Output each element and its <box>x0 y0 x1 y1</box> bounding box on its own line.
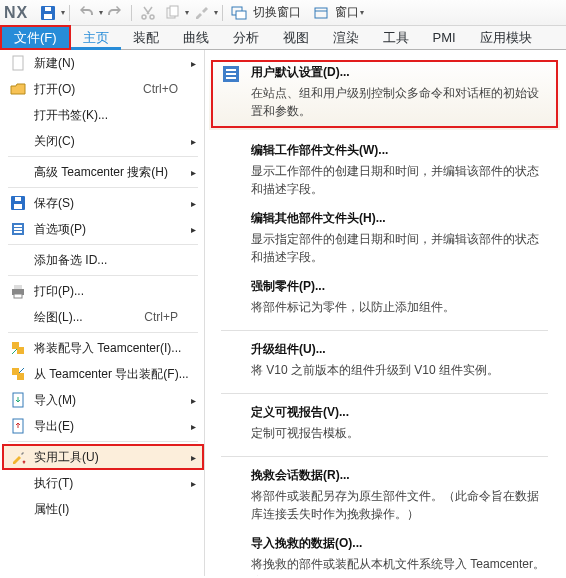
save-icon[interactable] <box>39 4 57 22</box>
redo-icon[interactable] <box>106 4 124 22</box>
blank-icon <box>8 499 28 519</box>
import-assy-icon <box>8 338 28 358</box>
detail-edit-other-header[interactable]: 编辑其他部件文件头(H)... 显示指定部件的创建日期和时间，并编辑该部件的状态… <box>205 206 564 274</box>
blank-icon <box>8 162 28 182</box>
detail-title: 编辑工作部件文件头(W)... <box>251 142 548 159</box>
detail-custom-report[interactable]: 定义可视报告(V)... 定制可视报告模板。 <box>205 400 564 450</box>
brush-icon[interactable] <box>192 4 210 22</box>
svg-rect-29 <box>226 69 236 71</box>
menu-open[interactable]: 打开(O) Ctrl+O <box>2 76 204 102</box>
copy-icon[interactable] <box>163 4 181 22</box>
switch-window-button[interactable]: 切换窗口 <box>227 4 301 22</box>
tab-assembly[interactable]: 装配 <box>121 26 171 50</box>
detail-title: 挽救会话数据(R)... <box>251 467 548 484</box>
menu-open-bookmark[interactable]: 打开书签(K)... <box>2 102 204 128</box>
menu-label: 将装配导入 Teamcenter(I)... <box>34 340 204 357</box>
submenu-arrow-icon: ▸ <box>191 224 196 235</box>
blank-icon <box>8 307 28 327</box>
menu-label: 执行(T) <box>34 475 204 492</box>
menu-label: 实用工具(U) <box>34 449 204 466</box>
svg-rect-9 <box>315 8 327 18</box>
detail-desc: 将挽救的部件或装配从本机文件系统导入 Teamcenter。该操作使用克隆装配日… <box>251 555 548 576</box>
menu-add-alt-id[interactable]: 添加备选 ID... <box>2 247 204 273</box>
tab-tools[interactable]: 工具 <box>371 26 421 50</box>
svg-rect-20 <box>14 285 22 289</box>
menu-shortcut: Ctrl+P <box>144 310 178 324</box>
print-icon <box>8 281 28 301</box>
menu-divider <box>8 275 198 276</box>
window-label: 窗口 <box>335 4 359 21</box>
svg-rect-13 <box>14 204 22 209</box>
detail-desc: 显示工作部件的创建日期和时间，并编辑该部件的状态和描述字段。 <box>251 162 548 198</box>
paste-dropdown-icon[interactable]: ▾ <box>185 8 189 17</box>
detail-desc: 定制可视报告模板。 <box>251 424 548 442</box>
detail-title: 导入挽救的数据(O)... <box>251 535 548 552</box>
open-icon <box>8 79 28 99</box>
tab-home[interactable]: 主页 <box>71 26 121 50</box>
submenu-arrow-icon: ▸ <box>191 421 196 432</box>
tab-analysis[interactable]: 分析 <box>221 26 271 50</box>
menu-utilities[interactable]: 实用工具(U) ▸ <box>2 444 204 470</box>
detail-rescue-session[interactable]: 挽救会话数据(R)... 将部件或装配另存为原生部件文件。（此命令旨在数据库连接… <box>205 463 564 531</box>
switch-window-label: 切换窗口 <box>253 4 301 21</box>
detail-import-rescue[interactable]: 导入挽救的数据(O)... 将挽救的部件或装配从本机文件系统导入 Teamcen… <box>205 531 564 576</box>
detail-force-part[interactable]: 强制零件(P)... 将部件标记为零件，以防止添加组件。 <box>205 274 564 324</box>
tab-app-module[interactable]: 应用模块 <box>468 26 544 50</box>
menu-save[interactable]: 保存(S) ▸ <box>2 190 204 216</box>
submenu-arrow-icon: ▸ <box>191 478 196 489</box>
export-icon <box>8 416 28 436</box>
blank-icon <box>8 131 28 151</box>
menu-plot[interactable]: 绘图(L)... Ctrl+P <box>2 304 204 330</box>
menu-print[interactable]: 打印(P)... <box>2 278 204 304</box>
svg-rect-2 <box>45 7 51 11</box>
menu-label: 添加备选 ID... <box>34 252 204 269</box>
menu-divider <box>8 441 198 442</box>
tab-curve[interactable]: 曲线 <box>171 26 221 50</box>
submenu-arrow-icon: ▸ <box>191 58 196 69</box>
tab-pmi[interactable]: PMI <box>421 26 468 50</box>
user-defaults-icon <box>221 64 241 84</box>
menu-export-assy-tc[interactable]: 从 Teamcenter 导出装配(F)... <box>2 361 204 387</box>
menu-import-assy-tc[interactable]: 将装配导入 Teamcenter(I)... <box>2 335 204 361</box>
menu-close[interactable]: 关闭(C) ▸ <box>2 128 204 154</box>
title-bar: NX ▾ ▾ ▾ ▾ 切换窗口 窗口 ▾ <box>0 0 566 26</box>
menu-execute[interactable]: 执行(T) ▸ <box>2 470 204 496</box>
detail-divider <box>221 393 548 394</box>
menu-label: 导出(E) <box>34 418 204 435</box>
menu-properties[interactable]: 属性(I) <box>2 496 204 522</box>
menu-label: 保存(S) <box>34 195 204 212</box>
save-dropdown-icon[interactable]: ▾ <box>61 8 65 17</box>
brush-dropdown-icon[interactable]: ▾ <box>214 8 218 17</box>
detail-divider <box>221 456 548 457</box>
window-icon <box>312 4 330 22</box>
tab-file[interactable]: 文件(F) <box>0 25 71 50</box>
svg-rect-18 <box>14 231 22 233</box>
tab-view[interactable]: 视图 <box>271 26 321 50</box>
detail-desc: 将 V10 之前版本的组件升级到 V10 组件实例。 <box>251 361 548 379</box>
menu-label: 打开(O) <box>34 81 143 98</box>
undo-dropdown-icon[interactable]: ▾ <box>99 8 103 17</box>
svg-rect-16 <box>14 225 22 227</box>
tab-render[interactable]: 渲染 <box>321 26 371 50</box>
detail-user-defaults[interactable]: 用户默认设置(D)... 在站点、组和用户级别控制众多命令和对话框的初始设置和参… <box>209 58 560 130</box>
menu-tc-search[interactable]: 高级 Teamcenter 搜索(H) ▸ <box>2 159 204 185</box>
window-button[interactable]: 窗口 ▾ <box>309 4 364 22</box>
svg-rect-30 <box>226 73 236 75</box>
menu-new[interactable]: 新建(N) ▸ <box>2 50 204 76</box>
detail-edit-work-header[interactable]: 编辑工作部件文件头(W)... 显示工作部件的创建日期和时间，并编辑该部件的状态… <box>205 138 564 206</box>
menu-label: 新建(N) <box>34 55 204 72</box>
save-icon <box>8 193 28 213</box>
menu-label: 绘图(L)... <box>34 309 144 326</box>
cut-icon[interactable] <box>139 4 157 22</box>
menu-export[interactable]: 导出(E) ▸ <box>2 413 204 439</box>
menu-divider <box>8 156 198 157</box>
menu-preferences[interactable]: 首选项(P) ▸ <box>2 216 204 242</box>
detail-title: 编辑其他部件文件头(H)... <box>251 210 548 227</box>
undo-icon[interactable] <box>77 4 95 22</box>
ribbon-tabs: 文件(F) 主页 装配 曲线 分析 视图 渲染 工具 PMI 应用模块 <box>0 26 566 50</box>
menu-import[interactable]: 导入(M) ▸ <box>2 387 204 413</box>
menu-divider <box>8 332 198 333</box>
menu-label: 从 Teamcenter 导出装配(F)... <box>34 366 204 383</box>
detail-upgrade-comp[interactable]: 升级组件(U)... 将 V10 之前版本的组件升级到 V10 组件实例。 <box>205 337 564 387</box>
file-menu-panel: 新建(N) ▸ 打开(O) Ctrl+O 打开书签(K)... 关闭(C) ▸ … <box>2 50 564 576</box>
